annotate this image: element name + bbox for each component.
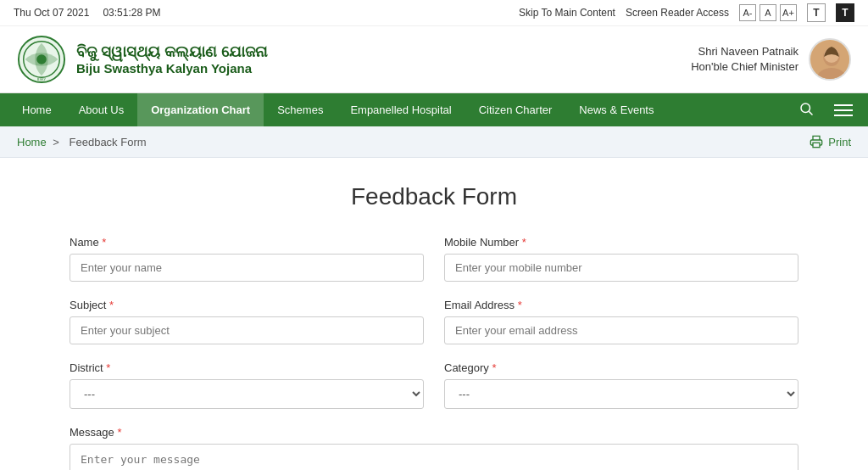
email-input[interactable] [444,316,798,344]
district-group: District * --- [70,361,424,409]
nav-schemes[interactable]: Schemes [264,93,337,126]
category-label: Category * [444,361,798,374]
date-display: Thu Oct 07 2021 [14,7,89,19]
breadcrumb-home[interactable]: Home [17,136,47,148]
screen-reader-link[interactable]: Screen Reader Access [626,7,729,19]
name-required: * [102,236,106,249]
font-increase-btn[interactable]: A+ [780,4,797,21]
email-group: Email Address * [444,299,798,344]
email-required: * [518,299,522,311]
top-bar-right: Skip To Main Content Screen Reader Acces… [519,3,854,22]
print-icon [810,135,823,148]
search-button[interactable] [792,94,821,126]
svg-point-8 [801,104,810,113]
category-required: * [492,361,496,374]
name-group: Name * [70,236,424,282]
nav-empanelled[interactable]: Empanelled Hospital [337,93,465,126]
message-label: Message * [70,426,798,439]
form-title: Feedback Form [70,183,798,210]
nav-org-chart[interactable]: Organization Chart [137,93,264,126]
nav-about[interactable]: About Us [65,93,137,126]
message-group: Message * [70,426,798,470]
hamburger-line-2 [834,109,853,111]
svg-rect-10 [813,143,820,147]
navigation: Home About Us Organization Chart Schemes… [0,93,868,126]
breadcrumb-current: Feedback Form [70,136,147,148]
form-row-3: District * --- Category * --- [70,361,798,409]
header-right: Shri Naveen Patnaik Hon'ble Chief Minist… [691,38,851,81]
mobile-label: Mobile Number * [444,236,798,249]
district-required: * [106,361,110,374]
theme-dark-btn[interactable]: T [836,3,854,22]
nav-news[interactable]: News & Events [565,93,667,126]
form-row-1: Name * Mobile Number * [70,236,798,282]
font-normal-btn[interactable]: A [760,4,776,21]
print-button[interactable]: Print [810,135,851,148]
subject-group: Subject * [70,299,424,344]
subject-required: * [109,299,114,311]
cm-info: Shri Naveen Patnaik Hon'ble Chief Minist… [691,44,798,75]
search-icon [798,101,814,116]
nav-icons [792,94,860,126]
time-display: 03:51:28 PM [103,7,160,19]
cm-name: Shri Naveen Patnaik [691,44,798,59]
logo-odia-text: ବିଜୁ ସ୍ୱାସ୍ଥ୍ୟ କଲ୍ୟାଣ ଯୋଜନା [76,43,267,61]
message-textarea[interactable] [70,444,798,470]
svg-point-2 [36,54,47,64]
logo-image: BSKY [17,35,66,84]
theme-light-btn[interactable]: T [807,3,826,22]
mobile-input[interactable] [444,254,798,282]
subject-input[interactable] [70,316,424,344]
hamburger-line-3 [834,115,853,116]
category-group: Category * --- [444,361,798,409]
svg-line-9 [809,111,812,115]
form-row-2: Subject * Email Address * [70,299,798,344]
print-label: Print [828,136,851,148]
logo-section: BSKY ବିଜୁ ସ୍ୱାସ୍ଥ୍ୟ କଲ୍ୟାଣ ଯୋଜନା Biju Sw… [17,35,267,84]
top-bar: Thu Oct 07 2021 03:51:28 PM Skip To Main… [0,0,868,26]
category-select[interactable]: --- [444,379,798,409]
mobile-required: * [522,236,526,249]
nav-citizen[interactable]: Citizen Charter [465,93,566,126]
logo-english-text: Biju Swasthya Kalyan Yojana [76,61,267,76]
skip-main-link[interactable]: Skip To Main Content [519,7,615,19]
cm-photo [809,38,851,81]
feedback-form: Name * Mobile Number * Subject * [70,236,798,470]
form-row-4: Message * [70,426,798,470]
breadcrumb: Home > Feedback Form [17,136,150,148]
name-label: Name * [70,236,424,249]
breadcrumb-bar: Home > Feedback Form Print [0,126,868,158]
menu-toggle-button[interactable] [827,98,860,123]
nav-home[interactable]: Home [8,93,65,126]
nav-items: Home About Us Organization Chart Schemes… [8,93,792,126]
breadcrumb-separator: > [53,136,59,148]
font-decrease-btn[interactable]: A- [739,4,756,21]
district-select[interactable]: --- [70,379,424,409]
font-size-controls: A- A A+ [739,4,797,21]
header: BSKY ବିଜୁ ସ୍ୱାସ୍ଥ୍ୟ କଲ୍ୟାଣ ଯୋଜନା Biju Sw… [0,26,868,93]
district-label: District * [70,361,424,374]
cm-title: Hon'ble Chief Minister [691,59,798,75]
name-input[interactable] [70,254,424,282]
mobile-group: Mobile Number * [444,236,798,282]
email-label: Email Address * [444,299,798,311]
message-required: * [117,426,121,439]
hamburger-line-1 [834,104,853,106]
svg-text:BSKY: BSKY [37,78,47,81]
subject-label: Subject * [70,299,424,311]
logo-text: ବିଜୁ ସ୍ୱାସ୍ଥ୍ୟ କଲ୍ୟାଣ ଯୋଜନା Biju Swasthy… [76,43,267,76]
main-content: Feedback Form Name * Mobile Number * [53,158,815,470]
top-bar-left: Thu Oct 07 2021 03:51:28 PM [14,7,160,19]
